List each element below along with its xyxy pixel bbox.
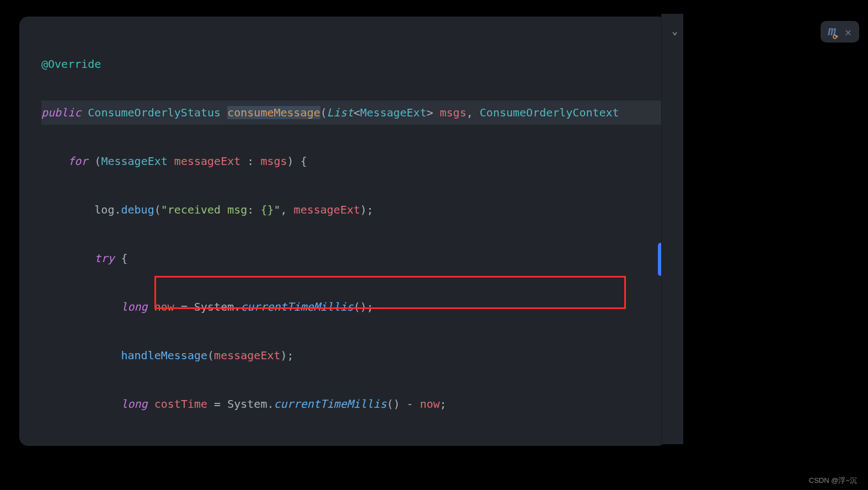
chevron-down-icon[interactable]: ⌄ xyxy=(672,25,678,36)
code-line: handleMessage(messageExt); xyxy=(41,343,667,368)
code-line: long now = System.currentTimeMillis(); xyxy=(41,295,667,319)
side-panel-collapsed: ⌄ xyxy=(661,14,683,444)
code-line: log.debug("received msg: {}", messageExt… xyxy=(41,198,667,222)
code-area[interactable]: @Override public ConsumeOrderlyStatus co… xyxy=(19,17,667,446)
close-icon[interactable]: ✕ xyxy=(845,25,851,39)
code-editor-window: @Override public ConsumeOrderlyStatus co… xyxy=(19,17,667,446)
code-line: long costTime = System.currentTimeMillis… xyxy=(41,392,667,416)
code-line: log.debug("consume {} cost: {} ms", mess… xyxy=(41,440,667,446)
watermark-text: CSDN @浮~沉 xyxy=(809,476,857,486)
code-line: @Override xyxy=(41,52,667,76)
editor-toolbar: m ✕ xyxy=(821,21,859,42)
code-line: for (MessageExt messageExt : msgs) { xyxy=(41,149,667,173)
code-line: try { xyxy=(41,246,667,270)
plugin-logo-icon[interactable]: m xyxy=(828,24,836,39)
code-line-highlighted: public ConsumeOrderlyStatus consumeMessa… xyxy=(41,100,667,125)
annotation: @Override xyxy=(41,57,101,71)
